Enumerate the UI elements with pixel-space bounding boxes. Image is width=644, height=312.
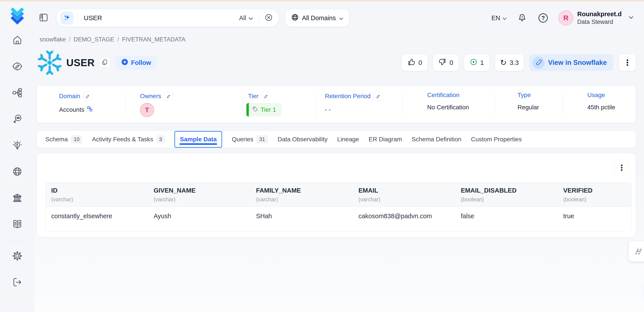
copy-icon [102,59,108,66]
all-domains-filter[interactable]: All Domains [285,10,349,27]
user-menu[interactable]: R Rounakpreet.d Data Steward [558,11,634,26]
tier-badge[interactable]: Tier 1 [246,103,282,117]
search-input[interactable] [78,14,239,22]
column-header-verified[interactable]: VERIFIED (boolean) [558,183,631,207]
tab-lineage[interactable]: Lineage [337,131,359,148]
metadata-card: Domain Accounts Owners T [37,86,636,123]
table-header-row: ID (varchar) GIVEN_NAME (varchar) FAMILY… [46,183,631,207]
cell-id: constantly_elsewhere [46,207,148,232]
column-header-family-name[interactable]: FAMILY_NAME (varchar) [250,183,353,207]
floating-widget[interactable] [629,241,644,261]
sidebar-item-logout[interactable] [12,277,23,288]
tab-bar: Schema 10 Activity Feeds & Tasks 3 Sampl… [37,131,636,148]
asset-header: USER Follow 0 [37,47,636,78]
dislike-button[interactable]: 0 [433,54,458,71]
sidebar-item-discovery[interactable] [12,114,23,125]
field-usage: Usage 45th pctile [587,92,615,111]
tab-activity-feeds[interactable]: Activity Feeds & Tasks 3 [92,131,165,148]
ai-search-chip[interactable] [60,12,74,25]
status-button[interactable]: 1 [464,54,490,71]
tag-icon [252,106,258,113]
link-icon [532,57,545,69]
like-button[interactable]: 0 [402,54,427,71]
field-tier: Tier Tier 1 [246,92,282,117]
search-clear-button[interactable] [265,14,273,22]
sidebar-item-glossary[interactable] [12,219,23,230]
asset-more-actions-button[interactable]: ⋮ [619,54,636,71]
breadcrumb-item-database[interactable]: DEMO_STAGE [74,36,114,43]
home-icon [12,35,22,46]
edit-domain-button[interactable] [83,92,92,101]
sidebar-item-home[interactable] [12,35,23,46]
governance-icon [12,193,22,204]
edit-retention-button[interactable] [374,92,383,101]
sidebar-item-governance[interactable] [12,193,23,204]
cell-family-name: SHah [250,207,353,232]
tab-queries[interactable]: Queries 31 [232,131,268,148]
pencil-icon [264,94,268,99]
search-scope-label: All [239,15,246,22]
help-button[interactable]: ? [538,12,549,24]
status-dot-icon [470,58,477,67]
field-domain-label: Domain [59,93,80,100]
refresh-icon: ↻ [500,59,506,67]
score-button[interactable]: ↻ 3.3 [495,54,524,71]
breadcrumb-separator: / [117,36,119,43]
edit-owners-button[interactable] [164,92,173,101]
sidebar-item-settings[interactable] [12,251,23,262]
column-header-email-disabled[interactable]: EMAIL_DISABLED (boolean) [455,183,558,207]
breadcrumb-item-connection[interactable]: snowflake [40,36,66,43]
tab-schema[interactable]: Schema 10 [45,131,82,148]
all-domains-label: All Domains [302,15,336,22]
edit-tier-button[interactable] [262,92,271,101]
follow-star-icon [121,58,128,67]
tab-activity-badge: 3 [156,135,165,143]
sparkles-icon [63,14,71,22]
sidebar [0,1,34,312]
notifications-button[interactable] [516,12,528,24]
user-role: Data Steward [577,19,622,26]
breadcrumb: snowflake / DEMO_STAGE / FIVETRAN_METADA… [37,35,636,44]
tab-data-observability[interactable]: Data Observability [278,131,328,148]
glossary-icon [12,219,22,230]
globe-icon [291,13,299,23]
chevron-down-icon [502,15,507,22]
column-header-given-name[interactable]: GIVEN_NAME (varchar) [148,183,250,207]
breadcrumb-item-schema[interactable]: FIVETRAN_METADATA [122,36,186,43]
table-row: constantly_elsewhere Ayush SHah cakosom8… [46,207,631,232]
sidebar-item-web[interactable] [12,167,23,178]
field-domain-value[interactable]: Accounts [59,106,84,113]
view-in-snowflake-button[interactable]: View in Snowflake [529,54,613,71]
atlan-logo[interactable] [7,5,28,26]
copy-name-button[interactable] [100,57,110,68]
sidebar-item-workflows[interactable] [12,88,23,99]
tab-custom-properties[interactable]: Custom Properties [471,131,522,148]
cell-verified: true [558,207,631,232]
bell-icon [518,13,527,23]
sample-data-more-button[interactable]: ⋮ [614,160,630,176]
field-retention-value: - - [325,106,331,113]
search-divider-2 [259,13,259,23]
tab-sample-data[interactable]: Sample Data [174,131,222,148]
global-search[interactable]: All [56,10,279,27]
column-header-id[interactable]: ID (varchar) [46,183,148,207]
insights-icon [12,140,22,151]
tab-schema-definition[interactable]: Schema Definition [412,131,461,148]
column-header-email[interactable]: EMAIL (varchar) [353,183,455,207]
sidebar-item-insights[interactable] [12,140,23,151]
tab-er-diagram[interactable]: ER Diagram [369,131,402,148]
metadata-divider [495,92,495,116]
follow-button[interactable]: Follow [115,56,157,70]
field-owners-label: Owners [140,93,161,100]
sidebar-toggle-button[interactable] [38,13,48,23]
metadata-divider [562,92,563,116]
search-scope-dropdown[interactable]: All [239,15,253,22]
language-selector[interactable]: EN [492,15,507,22]
relations-icon [87,106,92,113]
owner-avatar[interactable]: T [140,103,154,117]
field-certification: Certification No Certification [427,92,469,111]
field-certification-value: No Certification [427,104,469,111]
pencil-icon [376,94,381,99]
thumbs-up-icon [407,58,416,68]
sidebar-item-explore[interactable] [12,61,23,72]
